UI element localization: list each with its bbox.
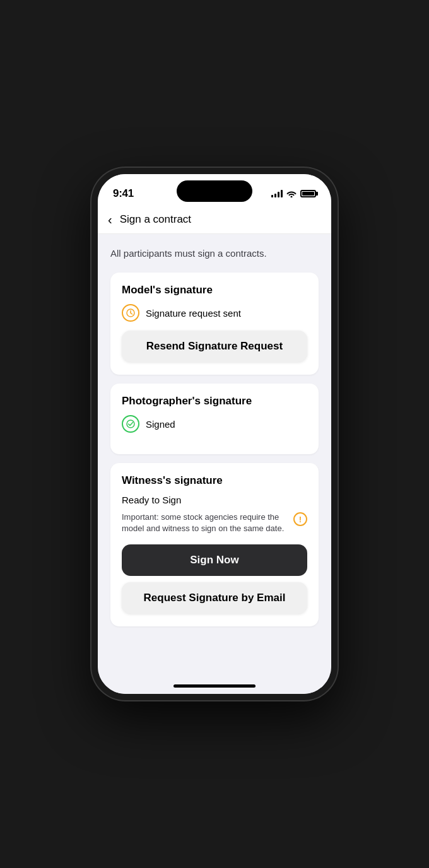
model-signature-card: Model's signature Signature request sent…	[110, 273, 319, 375]
dynamic-island	[177, 180, 252, 202]
status-time: 9:41	[113, 187, 134, 200]
photographer-status-label: Signed	[146, 419, 175, 430]
back-chevron-icon: ‹	[108, 213, 112, 226]
witness-warning-row: Important: some stock agencies require t…	[122, 512, 307, 534]
witness-warning-text: Important: some stock agencies require t…	[122, 512, 287, 534]
home-indicator	[173, 684, 256, 688]
resend-signature-button[interactable]: Resend Signature Request	[122, 331, 307, 362]
witness-ready-label: Ready to Sign	[122, 495, 307, 505]
request-email-button[interactable]: Request Signature by Email	[122, 582, 307, 614]
model-status-label: Signature request sent	[146, 308, 241, 319]
witness-signature-card: Witness's signature Ready to Sign Import…	[110, 463, 319, 626]
svg-line-2	[131, 313, 132, 314]
status-icons	[271, 190, 316, 197]
wifi-icon	[286, 190, 297, 197]
photographer-signature-card: Photographer's signature Signed	[110, 384, 319, 454]
phone-frame: 9:41 ‹ Sign a contract A	[91, 168, 338, 700]
model-card-title: Model's signature	[122, 284, 307, 296]
photographer-card-title: Photographer's signature	[122, 395, 307, 408]
nav-title: Sign a contract	[120, 213, 191, 226]
sign-now-button[interactable]: Sign Now	[122, 544, 307, 576]
photographer-status-icon	[122, 415, 139, 433]
witness-card-title: Witness's signature	[122, 474, 307, 487]
model-status-icon	[122, 304, 139, 322]
page-content: All participants must sign a contracts. …	[98, 234, 331, 660]
screen: ‹ Sign a contract All participants must …	[98, 206, 331, 694]
back-button[interactable]: ‹	[108, 213, 115, 226]
battery-icon	[300, 190, 316, 197]
witness-warning-icon: !	[293, 512, 307, 526]
nav-bar: ‹ Sign a contract	[98, 206, 331, 234]
signal-icon	[271, 190, 283, 197]
model-status-row: Signature request sent	[122, 304, 307, 322]
photographer-status-row: Signed	[122, 415, 307, 433]
page-subtitle: All participants must sign a contracts.	[110, 247, 319, 260]
